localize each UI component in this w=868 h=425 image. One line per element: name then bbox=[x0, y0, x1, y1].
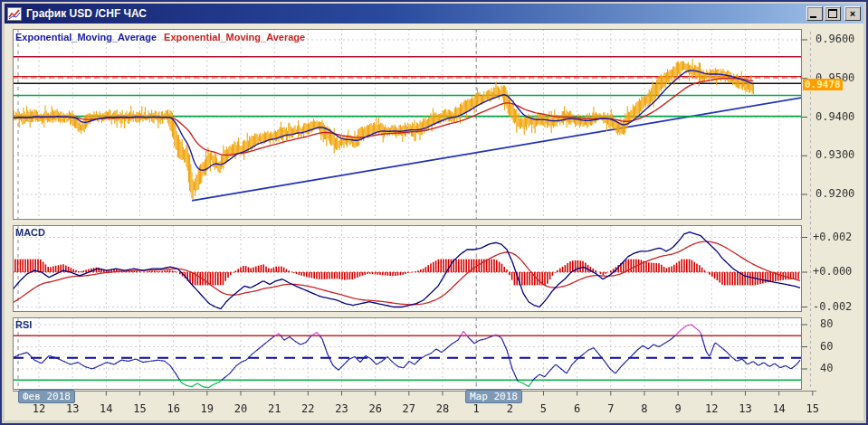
close-icon: × bbox=[850, 9, 855, 18]
x-axis-label: 15 bbox=[799, 402, 826, 415]
ema-fast-legend-label: Exponential_Moving_Average bbox=[15, 32, 157, 42]
window-controls: × bbox=[806, 6, 861, 21]
x-axis-label: 21 bbox=[261, 402, 288, 415]
macd-axis-label: +0.000 bbox=[813, 265, 852, 278]
x-axis-label: 2 bbox=[496, 402, 523, 415]
rsi-axis-label: 40 bbox=[820, 362, 833, 374]
minimize-icon bbox=[810, 16, 816, 18]
chart-surface[interactable] bbox=[0, 0, 868, 425]
x-axis-label: 26 bbox=[362, 402, 389, 415]
window-title: График USD /CHF ЧАС bbox=[26, 7, 147, 20]
x-axis-label: 7 bbox=[597, 402, 625, 415]
price-axis-label: 0.9300 bbox=[816, 148, 854, 161]
chart-app-icon bbox=[7, 7, 22, 21]
price-axis-label: 0.9400 bbox=[816, 110, 854, 123]
rsi-axis-label: 80 bbox=[820, 317, 833, 330]
macd-axis-label: -0.002 bbox=[813, 300, 852, 313]
close-button[interactable]: × bbox=[844, 6, 861, 21]
maximize-icon bbox=[828, 9, 837, 18]
x-axis-label: 22 bbox=[294, 402, 321, 415]
x-axis-label: 6 bbox=[564, 402, 591, 415]
window-titlebar[interactable]: График USD /CHF ЧАС × bbox=[5, 4, 863, 24]
x-axis-label: 19 bbox=[194, 402, 221, 415]
macd-axis-label: +0.002 bbox=[813, 231, 852, 243]
x-axis-label: 14 bbox=[766, 402, 793, 415]
x-axis-label: 15 bbox=[126, 402, 153, 415]
price-axis-label: 0.9600 bbox=[816, 33, 854, 45]
x-axis-label: 20 bbox=[227, 402, 254, 415]
month-badge-feb: Фев 2018 bbox=[18, 390, 75, 403]
x-axis-label: 9 bbox=[664, 402, 692, 415]
x-axis-label: 14 bbox=[92, 402, 119, 415]
x-axis-label: 13 bbox=[59, 402, 86, 415]
price-axis-label: 0.9200 bbox=[816, 187, 854, 200]
month-badge-mar: Мар 2018 bbox=[465, 390, 522, 403]
x-axis-label: 27 bbox=[396, 402, 423, 415]
rsi-axis-label: 60 bbox=[820, 340, 833, 353]
x-axis-label: 5 bbox=[529, 402, 557, 415]
x-axis-label: 8 bbox=[631, 402, 658, 415]
ema-slow-legend-label: Exponential_Moving_Average bbox=[164, 32, 305, 42]
x-axis-label: 12 bbox=[698, 402, 725, 415]
indicator-legend: Exponential_Moving_Average Exponential_M… bbox=[15, 32, 305, 42]
x-axis-label: 23 bbox=[328, 402, 355, 415]
x-axis-label: 12 bbox=[25, 402, 52, 415]
macd-pane-label: MACD bbox=[15, 227, 45, 238]
x-axis-label: 28 bbox=[429, 402, 456, 415]
rsi-pane-label: RSI bbox=[15, 319, 32, 330]
x-axis-label: 13 bbox=[731, 402, 758, 415]
chart-window: График USD /CHF ЧАС × Exponential_Moving… bbox=[0, 0, 868, 425]
current-price-badge: 0.9478 bbox=[803, 79, 843, 90]
x-axis-label: 16 bbox=[160, 402, 187, 415]
x-axis-label: 1 bbox=[463, 402, 490, 415]
maximize-button[interactable] bbox=[825, 6, 841, 21]
minimize-button[interactable] bbox=[806, 6, 823, 21]
